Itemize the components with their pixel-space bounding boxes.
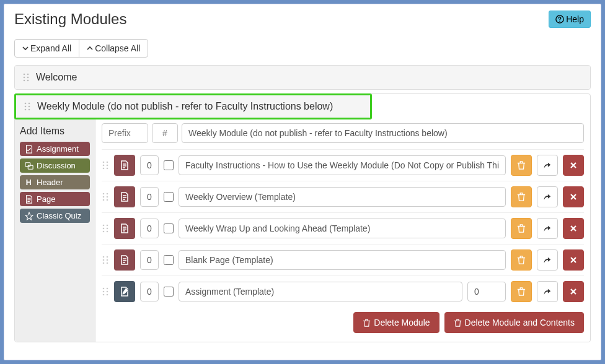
add-page-button[interactable]: Page <box>20 192 90 206</box>
module-header[interactable]: Welcome <box>15 66 590 89</box>
module-title: Weekly Module (do not publish - refer to… <box>37 101 333 112</box>
add-header-button[interactable]: H Header <box>20 175 90 189</box>
item-checkbox[interactable] <box>164 160 174 170</box>
item-archive-button[interactable] <box>511 186 532 207</box>
item-checkbox[interactable] <box>164 192 174 202</box>
item-checkbox[interactable] <box>164 255 174 265</box>
module-item-row <box>102 275 584 307</box>
module-prefix-input[interactable] <box>102 123 148 143</box>
item-title-input[interactable] <box>179 155 506 175</box>
delete-module-button[interactable]: Delete Module <box>353 312 439 333</box>
svg-point-22 <box>107 168 108 170</box>
item-delete-button[interactable] <box>563 218 584 239</box>
item-delete-button[interactable] <box>563 186 584 207</box>
item-delete-button[interactable] <box>563 155 584 176</box>
module-content: Delete Module Delete Module and Contents <box>95 119 590 342</box>
item-indent-input[interactable] <box>140 187 159 207</box>
item-archive-button[interactable] <box>511 249 532 271</box>
svg-point-10 <box>25 106 27 108</box>
item-archive-button[interactable] <box>511 218 532 239</box>
svg-point-37 <box>103 259 105 261</box>
svg-point-20 <box>107 165 108 167</box>
add-discussion-button[interactable]: Discussion <box>20 158 90 173</box>
module-number-input[interactable] <box>152 123 178 143</box>
module-title-input[interactable] <box>182 123 584 143</box>
help-button[interactable]: Help <box>549 11 591 28</box>
page-icon <box>25 195 33 204</box>
add-classic-quiz-button[interactable]: Classic Quiz <box>20 209 90 223</box>
module-name-row <box>102 123 584 143</box>
sidebar-title: Add Items <box>20 126 90 137</box>
svg-point-33 <box>103 231 105 233</box>
grip-icon[interactable] <box>24 102 31 111</box>
item-indent-input[interactable] <box>140 155 159 175</box>
svg-point-8 <box>25 103 27 105</box>
highlight-annotation: Weekly Module (do not publish - refer to… <box>14 93 372 119</box>
svg-point-23 <box>103 193 105 195</box>
chevron-down-icon <box>22 45 29 51</box>
item-delete-button[interactable] <box>563 249 584 271</box>
item-move-button[interactable] <box>537 186 558 207</box>
item-indent-input[interactable] <box>140 219 159 238</box>
svg-point-2 <box>24 74 25 76</box>
module-item-row <box>102 181 584 212</box>
svg-point-18 <box>107 162 108 163</box>
page-icon <box>114 218 135 239</box>
module-header[interactable]: Weekly Module (do not publish - refer to… <box>16 95 370 118</box>
grip-icon[interactable] <box>102 224 109 233</box>
quiz-icon <box>25 212 33 220</box>
svg-point-9 <box>29 103 30 105</box>
grip-icon[interactable] <box>22 73 30 82</box>
add-items-sidebar: Add Items Assignment Discussion H Header… <box>15 119 95 342</box>
svg-point-46 <box>107 294 108 296</box>
item-indent-input[interactable] <box>140 250 159 270</box>
svg-point-26 <box>107 196 108 198</box>
item-title-input[interactable] <box>179 187 506 207</box>
item-checkbox[interactable] <box>164 287 174 297</box>
item-title-input[interactable] <box>179 219 506 238</box>
svg-point-19 <box>103 165 105 167</box>
svg-point-45 <box>103 294 105 296</box>
svg-point-13 <box>29 109 30 111</box>
svg-point-5 <box>27 77 29 79</box>
svg-text:H: H <box>26 178 32 187</box>
item-title-input[interactable] <box>179 250 506 270</box>
item-move-button[interactable] <box>537 155 558 176</box>
svg-point-44 <box>107 291 108 293</box>
svg-point-3 <box>27 74 29 76</box>
collapse-all-button[interactable]: Collapse All <box>79 39 148 58</box>
grip-icon[interactable] <box>102 287 109 296</box>
page-icon <box>114 186 135 207</box>
svg-point-38 <box>107 259 108 261</box>
grip-icon[interactable] <box>102 256 109 264</box>
svg-point-17 <box>103 162 105 163</box>
item-title-input[interactable] <box>179 282 462 301</box>
svg-point-42 <box>107 288 108 290</box>
grip-icon[interactable] <box>102 161 109 170</box>
item-checkbox[interactable] <box>164 223 174 233</box>
item-move-button[interactable] <box>537 218 558 239</box>
add-assignment-button[interactable]: Assignment <box>20 142 90 156</box>
item-delete-button[interactable] <box>563 281 584 302</box>
app-frame: Existing Modules Help Expand All Collaps… <box>4 4 601 360</box>
module-footer-buttons: Delete Module Delete Module and Contents <box>102 307 584 334</box>
svg-point-11 <box>29 106 30 108</box>
item-archive-button[interactable] <box>511 155 532 176</box>
item-move-button[interactable] <box>537 281 558 302</box>
expand-all-button[interactable]: Expand All <box>14 39 79 58</box>
delete-module-contents-button[interactable]: Delete Module and Contents <box>444 312 584 333</box>
item-points-input[interactable] <box>467 282 506 301</box>
page-header: Existing Modules Help <box>14 11 591 28</box>
item-archive-button[interactable] <box>511 281 532 302</box>
page-icon <box>114 155 135 176</box>
svg-point-34 <box>107 231 108 233</box>
svg-point-32 <box>107 228 108 230</box>
page-title: Existing Modules <box>14 11 126 28</box>
svg-point-41 <box>103 288 105 290</box>
svg-point-25 <box>103 196 105 198</box>
item-move-button[interactable] <box>537 249 558 271</box>
svg-point-21 <box>103 168 105 170</box>
item-indent-input[interactable] <box>140 282 159 301</box>
svg-point-31 <box>103 228 105 230</box>
grip-icon[interactable] <box>102 193 109 201</box>
